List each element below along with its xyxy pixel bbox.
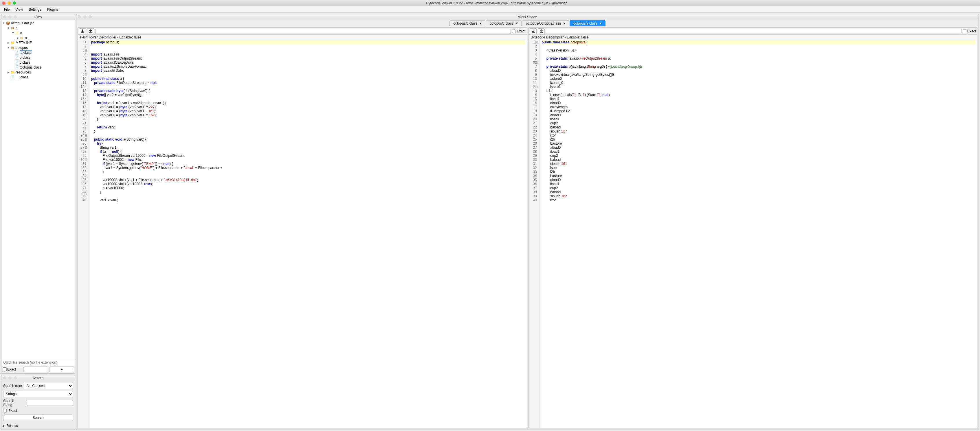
minimize-icon[interactable] [8, 376, 11, 380]
folder-icon: 📁 [10, 70, 15, 74]
exact-checkbox[interactable]: Exact [2, 366, 22, 373]
close-icon[interactable]: × [600, 21, 602, 25]
folder-icon: 📁 [10, 41, 15, 45]
search-string-label: Search String: [3, 399, 25, 407]
zoom-icon[interactable] [14, 376, 17, 380]
files-panel-traffic[interactable] [3, 15, 17, 19]
line-gutter: 1 2 3⊟ 4 5 6 7 8 9⊟ 10 11 12⊟ 13 14 15⊟ … [78, 40, 89, 428]
code-area[interactable]: package octopus; import java.io.File; im… [89, 40, 527, 428]
upload-button[interactable] [538, 29, 545, 34]
window-title: Bytecode Viewer 2.9.22 - https://bytecod… [16, 1, 978, 5]
upload-button[interactable] [87, 29, 94, 34]
close-icon[interactable] [3, 376, 6, 380]
editor-tabs[interactable]: octopus/b.class× octopus/c.class× octopu… [76, 20, 978, 26]
tree-jar-root[interactable]: ▼📦octopus.dat.jar [2, 21, 75, 25]
decompiler-pane-bytecode: Exact Bytecode Decompiler - Editable: fa… [528, 27, 978, 428]
close-icon[interactable]: × [563, 21, 565, 25]
editor-search-input[interactable] [95, 29, 511, 34]
save-button[interactable] [530, 29, 536, 34]
exact-checkbox[interactable] [963, 30, 966, 33]
expand-button[interactable]: + [49, 366, 75, 373]
files-panel: Files ▼📦octopus.dat.jar ▼⊞a ▼⊞a ▶⊞a ▶📁ME… [1, 14, 75, 374]
workspace-panel: Work Space octopus/b.class× octopus/c.cl… [76, 14, 979, 430]
menu-view[interactable]: View [13, 8, 26, 11]
zoom-icon[interactable] [13, 2, 16, 5]
tree-a-class[interactable]: 📄a.class [2, 50, 75, 55]
search-from-select[interactable]: All_Classes [24, 383, 73, 389]
close-icon[interactable] [78, 15, 81, 19]
workspace-traffic[interactable] [78, 15, 92, 19]
class-icon: 📄 [14, 55, 19, 60]
menubar[interactable]: File View Settings Plugins [0, 6, 980, 13]
tree-anon-class[interactable]: 📄__.class [2, 74, 75, 79]
tree-pkg-a-a[interactable]: ▼⊞a [2, 30, 75, 35]
search-from-label: Search from [3, 384, 22, 388]
jar-icon: 📦 [5, 21, 10, 25]
class-icon: 📄 [14, 65, 19, 70]
minimize-icon[interactable] [83, 15, 86, 19]
class-icon: 📄 [14, 60, 19, 65]
package-icon: ⊞ [19, 36, 24, 40]
editor-search-input[interactable] [546, 29, 961, 34]
exact-label: Exact [517, 29, 525, 33]
search-exact-label: Exact [8, 409, 17, 413]
minimize-icon[interactable] [8, 2, 11, 5]
code-area[interactable]: public final class octopus/a { <ClassVer… [540, 40, 977, 428]
search-panel: Search Search fromAll_Classes Strings Se… [1, 375, 75, 430]
quick-search-input[interactable] [2, 359, 75, 366]
tree-resources[interactable]: ▶📁resources [2, 70, 75, 74]
zoom-icon[interactable] [14, 15, 17, 19]
close-icon[interactable] [2, 2, 5, 5]
close-icon[interactable]: × [480, 21, 482, 25]
close-icon[interactable]: × [516, 21, 518, 25]
menu-settings[interactable]: Settings [26, 8, 44, 11]
tree-b-class[interactable]: 📄b.class [2, 55, 75, 60]
tree-c-class[interactable]: 📄c.class [2, 60, 75, 65]
tab-octopus-class[interactable]: octopus/Octopus.class× [522, 20, 569, 26]
search-string-input[interactable] [27, 400, 73, 406]
menu-file[interactable]: File [1, 8, 13, 11]
close-icon[interactable] [3, 15, 6, 19]
tab-a-class[interactable]: octopus/a.class× [570, 20, 606, 26]
save-button[interactable] [79, 29, 86, 34]
search-exact-checkbox[interactable] [3, 409, 6, 412]
editor-header: Bytecode Decompiler - Editable: false [528, 35, 977, 40]
window-titlebar: Bytecode Viewer 2.9.22 - https://bytecod… [0, 0, 980, 6]
decompiler-pane-fernflower: Exact FernFlower Decompiler - Editable: … [78, 27, 527, 428]
file-tree[interactable]: ▼📦octopus.dat.jar ▼⊞a ▼⊞a ▶⊞a ▶📁META-INF… [2, 20, 75, 359]
workspace-title: Work Space [78, 15, 977, 19]
results-tree[interactable]: ▶Results [3, 423, 73, 428]
package-icon: ⊞ [10, 26, 15, 30]
search-button[interactable]: Search [3, 415, 73, 421]
exact-label: Exact [967, 29, 976, 33]
tree-pkg-a-a-a[interactable]: ▶⊞a [2, 35, 75, 40]
collapse-button[interactable]: – [24, 366, 48, 373]
editor-header: FernFlower Decompiler - Editable: false [78, 35, 527, 40]
tree-octopus-class[interactable]: 📄Octopus.class [2, 65, 75, 70]
search-type-select[interactable]: Strings [3, 391, 73, 397]
tab-b-class[interactable]: octopus/b.class× [449, 20, 485, 26]
window-traffic-lights[interactable] [2, 2, 16, 5]
tab-c-class[interactable]: octopus/c.class× [486, 20, 522, 26]
class-icon: 📄 [14, 51, 19, 55]
package-icon: ⊞ [15, 31, 19, 35]
class-icon: 📄 [10, 75, 15, 79]
minimize-icon[interactable] [8, 15, 11, 19]
exact-checkbox[interactable] [512, 30, 515, 33]
tree-pkg-octopus[interactable]: ▼⊞octopus [2, 45, 75, 50]
zoom-icon[interactable] [89, 15, 92, 19]
menu-plugins[interactable]: Plugins [44, 8, 61, 11]
line-gutter: 1⊟ 2 3 4 5 6⊟ 7 8 9 10 11 12⊟ 13 14 15 1… [528, 40, 540, 428]
search-panel-traffic[interactable] [3, 376, 17, 380]
tree-pkg-a[interactable]: ▼⊞a [2, 25, 75, 30]
package-icon: ⊞ [10, 46, 15, 50]
tree-meta-inf[interactable]: ▶📁META-INF [2, 40, 75, 45]
